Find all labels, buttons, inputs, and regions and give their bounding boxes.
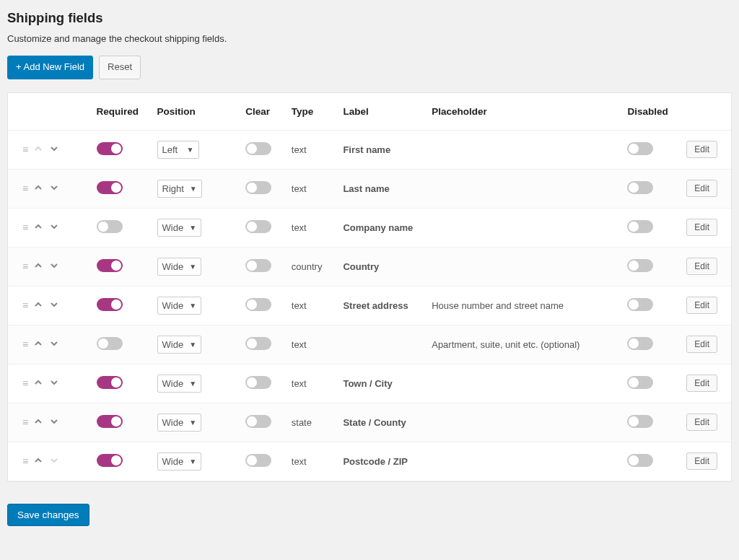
disabled-toggle[interactable]	[627, 181, 653, 194]
edit-button[interactable]: Edit	[686, 258, 717, 275]
move-up-icon[interactable]	[34, 456, 43, 467]
table-row: ≡Wide▼textPostcode / ZIPEdit	[8, 442, 731, 481]
move-up-icon[interactable]	[34, 183, 43, 194]
reset-button[interactable]: Reset	[99, 56, 141, 79]
drag-handle-icon[interactable]: ≡	[22, 183, 27, 194]
position-value: Left	[162, 144, 178, 155]
label-value: Street address	[336, 286, 424, 325]
disabled-toggle[interactable]	[627, 376, 653, 389]
drag-handle-icon[interactable]: ≡	[22, 222, 27, 233]
drag-handle-icon[interactable]: ≡	[22, 338, 27, 350]
move-down-icon[interactable]	[50, 339, 58, 350]
required-toggle[interactable]	[97, 142, 123, 155]
disabled-toggle[interactable]	[627, 454, 653, 467]
toggle-knob	[247, 377, 257, 388]
toggle-knob	[629, 222, 639, 232]
caret-down-icon: ▼	[189, 224, 196, 232]
col-disabled: Disabled	[620, 93, 679, 131]
required-toggle[interactable]	[97, 298, 123, 311]
clear-toggle[interactable]	[245, 298, 271, 311]
required-toggle[interactable]	[97, 376, 123, 389]
placeholder-value	[424, 130, 620, 169]
position-select[interactable]: Right▼	[157, 180, 202, 198]
move-down-icon[interactable]	[50, 417, 58, 428]
toggle-knob	[111, 377, 121, 388]
disabled-toggle[interactable]	[627, 415, 653, 428]
label-value: State / County	[336, 403, 424, 442]
required-toggle[interactable]	[97, 181, 123, 194]
drag-handle-icon[interactable]: ≡	[22, 261, 27, 272]
toggle-knob	[111, 416, 121, 426]
toggle-knob	[247, 299, 257, 310]
edit-button[interactable]: Edit	[686, 297, 717, 314]
position-select[interactable]: Wide▼	[157, 219, 202, 237]
move-down-icon[interactable]	[50, 222, 58, 233]
drag-handle-icon[interactable]: ≡	[22, 377, 27, 389]
edit-button[interactable]: Edit	[686, 375, 717, 392]
required-toggle[interactable]	[97, 337, 123, 350]
clear-toggle[interactable]	[245, 415, 271, 428]
edit-button[interactable]: Edit	[686, 336, 717, 353]
move-down-icon[interactable]	[50, 183, 58, 194]
clear-toggle[interactable]	[245, 337, 271, 350]
save-changes-button[interactable]: Save changes	[7, 504, 89, 526]
table-row: ≡Wide▼textApartment, suite, unit etc. (o…	[8, 325, 731, 364]
drag-handle-icon[interactable]: ≡	[22, 144, 27, 155]
toggle-knob	[247, 416, 257, 426]
toggle-knob	[111, 261, 121, 271]
position-select[interactable]: Left▼	[157, 141, 199, 159]
required-toggle[interactable]	[97, 259, 123, 272]
toggle-knob	[247, 261, 257, 271]
clear-toggle[interactable]	[245, 376, 271, 389]
disabled-toggle[interactable]	[627, 220, 653, 233]
move-up-icon[interactable]	[34, 300, 43, 311]
drag-handle-icon[interactable]: ≡	[22, 416, 27, 428]
add-new-field-button[interactable]: + Add New Field	[7, 56, 93, 79]
move-down-icon[interactable]	[50, 261, 58, 272]
toggle-knob	[629, 338, 639, 349]
caret-down-icon: ▼	[189, 419, 196, 426]
required-toggle[interactable]	[97, 220, 123, 233]
type-value: text	[284, 130, 336, 169]
required-toggle[interactable]	[97, 454, 123, 467]
move-down-icon[interactable]	[50, 144, 58, 155]
move-down-icon[interactable]	[50, 300, 58, 311]
position-select[interactable]: Wide▼	[157, 414, 202, 432]
move-down-icon[interactable]	[50, 378, 58, 389]
placeholder-value	[424, 169, 620, 208]
placeholder-value	[424, 403, 620, 442]
col-placeholder: Placeholder	[424, 93, 620, 131]
move-up-icon[interactable]	[34, 261, 43, 272]
clear-toggle[interactable]	[245, 220, 271, 233]
position-select[interactable]: Wide▼	[157, 297, 202, 315]
disabled-toggle[interactable]	[627, 259, 653, 272]
position-select[interactable]: Wide▼	[157, 258, 202, 276]
move-up-icon[interactable]	[34, 222, 43, 233]
disabled-toggle[interactable]	[627, 337, 653, 350]
disabled-toggle[interactable]	[627, 298, 653, 311]
edit-button[interactable]: Edit	[686, 180, 717, 197]
position-value: Wide	[162, 222, 184, 233]
edit-button[interactable]: Edit	[686, 414, 717, 431]
drag-handle-icon[interactable]: ≡	[22, 455, 27, 467]
position-select[interactable]: Wide▼	[157, 452, 202, 471]
move-up-icon[interactable]	[34, 339, 43, 350]
position-select[interactable]: Wide▼	[157, 375, 202, 393]
placeholder-value	[424, 442, 620, 481]
required-toggle[interactable]	[97, 415, 123, 428]
edit-button[interactable]: Edit	[686, 219, 717, 236]
position-value: Right	[162, 183, 184, 194]
disabled-toggle[interactable]	[627, 142, 653, 155]
clear-toggle[interactable]	[245, 259, 271, 272]
move-up-icon[interactable]	[34, 417, 43, 428]
edit-button[interactable]: Edit	[686, 452, 717, 470]
clear-toggle[interactable]	[245, 454, 271, 467]
type-value: text	[284, 364, 336, 403]
drag-handle-icon[interactable]: ≡	[22, 299, 27, 311]
move-up-icon[interactable]	[34, 378, 43, 389]
position-select[interactable]: Wide▼	[157, 336, 202, 354]
clear-toggle[interactable]	[245, 142, 271, 155]
type-value: country	[284, 247, 336, 286]
edit-button[interactable]: Edit	[686, 141, 717, 158]
clear-toggle[interactable]	[245, 181, 271, 194]
